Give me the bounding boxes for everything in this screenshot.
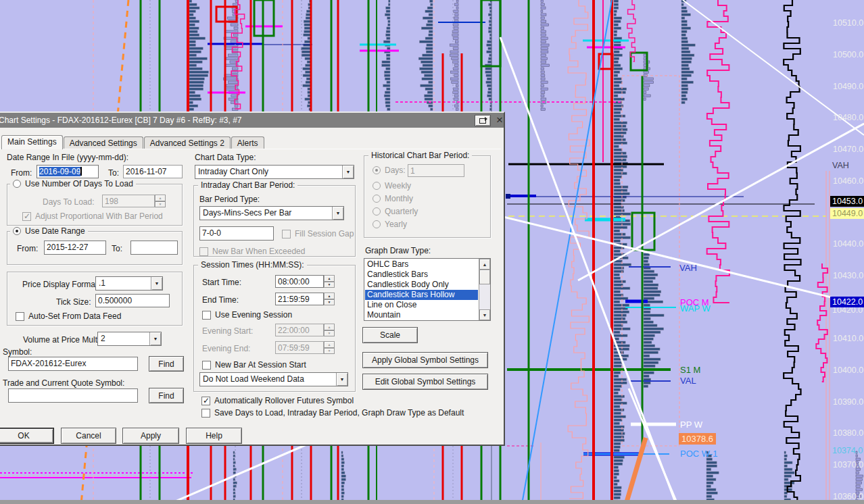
scale-button[interactable]: Scale [362,327,418,343]
apply-global-symbol-settings-button[interactable]: Apply Global Symbol Settings [362,352,488,368]
checkbox-icon [282,230,291,238]
draw-type-item[interactable]: Candlestick Bars Hollow [365,290,478,300]
start-time-input[interactable]: 08:00:00 [275,275,324,288]
evening-end-input[interactable]: 07:59:59 [275,341,324,354]
draw-type-item[interactable]: OHLC Bars [365,259,478,270]
end-time-input[interactable]: 21:59:59 [275,293,324,305]
checkbox-icon [199,247,208,256]
use-date-range-radio[interactable]: Use Date Range [10,226,88,236]
study-label-val: VAL [680,376,696,386]
symbol-input[interactable]: FDAX-201612-Eurex [8,357,138,371]
price-tick: 10470.0 [833,145,863,154]
weekend-data-select[interactable]: Do Not Load Weekend Data▼ [199,372,348,386]
to-label: To: [108,168,119,178]
historical-quarterly-radio[interactable]: Quarterly [373,207,418,216]
graph-draw-type-listbox[interactable]: ▲ ▼ OHLC BarsCandlestick BarsCandlestick… [364,258,491,321]
date-to-input[interactable]: 2016-11-07 [123,165,183,178]
historical-days-radio[interactable]: Days: [373,166,406,175]
tab-main-settings[interactable]: Main Settings [1,135,63,149]
price-display-format-label: Price Display Format: [22,280,100,289]
apply-button[interactable]: Apply [122,428,179,444]
range-from-label: From: [17,244,38,253]
session-times-group: Session Times (HH:MM:SS): Start Time: 08… [193,265,356,392]
autoset-datafeed-checkbox[interactable]: Auto-Set From Data Feed [16,311,121,321]
edit-global-symbol-settings-button[interactable]: Edit Global Symbol Settings [362,374,488,390]
scroll-down-icon[interactable]: ▼ [479,309,490,320]
historical-monthly-radio[interactable]: Monthly [373,194,413,203]
close-icon[interactable]: × [493,113,506,128]
tab-pane-border [0,149,501,149]
symbol-find-button[interactable]: Find [149,356,184,372]
window-bottom-edge [0,500,864,504]
evening-start-spinner[interactable]: ▲▼ [324,324,335,336]
study-label-wap-w: WAP W [680,303,711,313]
detach-glyph-icon [479,118,486,124]
tab-alerts[interactable]: Alerts [231,136,264,149]
ok-button[interactable]: OK [0,428,54,444]
historical-weekly-radio[interactable]: Weekly [373,181,411,191]
trade-quote-symbol-input[interactable] [8,388,138,403]
draw-type-item[interactable]: Mountain [365,310,478,320]
trading-chart-window: 10510.010500.010490.010480.010470.010460… [0,0,864,504]
settings-tabstrip: Main SettingsAdvanced SettingsAdvanced S… [1,135,265,149]
cancel-button[interactable]: Cancel [61,428,116,444]
use-evening-session-checkbox[interactable]: Use Evening Session [202,310,292,320]
range-from-input[interactable]: 2015-12-27 [44,241,106,255]
checkbox-icon [202,361,211,370]
auto-rollover-checkbox[interactable]: Automatically Rollover Futures Symbol [201,396,354,405]
price-tick: 10440.0 [833,239,863,249]
fill-session-gap-checkbox[interactable]: Fill Session Gap [282,229,354,238]
evening-end-spinner[interactable]: ▲▼ [324,341,335,354]
detach-window-icon[interactable] [475,115,491,126]
dialog-titlebar[interactable]: Chart Settings - FDAX-201612-Eurex [CB] … [0,113,504,128]
price-tick: 10500.0 [833,50,863,59]
radio-icon [373,207,381,216]
historical-yearly-radio[interactable]: Yearly [373,220,407,229]
days-to-load-input[interactable]: 198 [102,195,155,207]
intraday-bar-period-legend: Intraday Chart Bar Period: [198,180,297,190]
draw-type-item[interactable]: Line on Close [365,300,478,310]
new-bar-when-exceeded-checkbox[interactable]: New Bar When Exceeded [199,247,305,256]
historical-days-input[interactable]: 1 [408,164,464,177]
tab-advanced-settings[interactable]: Advanced Settings [64,136,143,149]
price-format-group: Price Display Format: .1▼ Tick Size: 0.5… [7,272,183,326]
trade-quote-find-button[interactable]: Find [149,388,184,403]
range-to-input[interactable] [130,241,178,255]
price-marker-vah: VAH [830,160,851,171]
days-to-load-spinner[interactable]: ▲▼ [155,195,166,207]
listbox-scrollbar[interactable]: ▲ ▼ [479,259,490,320]
radio-icon [13,227,21,235]
radio-icon [373,166,381,174]
start-time-label: Start Time: [202,278,241,287]
draw-type-item[interactable]: Candlestick Bars [365,270,478,280]
study-label-pp-w: PP W [680,420,702,430]
evening-start-input[interactable]: 22:00:00 [275,324,324,336]
chart-data-type-select[interactable]: Intraday Chart Only▼ [195,165,354,179]
bar-period-type-select[interactable]: Days-Mins-Secs Per Bar▼ [199,206,344,220]
price-marker-10453.0: 10453.0 [830,196,864,207]
tick-size-input[interactable]: 0.500000 [95,294,170,307]
start-time-spinner[interactable]: ▲▼ [324,275,335,288]
help-button[interactable]: Help [186,428,242,444]
chevron-down-icon: ▼ [149,332,161,345]
end-time-spinner[interactable]: ▲▼ [324,293,335,305]
use-number-of-days-radio[interactable]: Use Number Of Days To Load [10,179,136,188]
price-display-format-select[interactable]: .1▼ [95,276,163,291]
adjust-proportional-checkbox[interactable]: Adjust Proportional With Bar Period [22,211,163,221]
tab-advanced-settings-2[interactable]: Advanced Settings 2 [144,136,231,149]
save-defaults-checkbox[interactable]: Save Days to Load, Intraday Bar Period, … [201,408,464,418]
scroll-up-icon[interactable]: ▲ [479,259,490,270]
from-label: From: [11,168,32,178]
date-from-input[interactable]: 2016-09-09 [37,165,99,178]
bar-period-type-label: Bar Period Type: [199,195,260,204]
intraday-bar-period-group: Intraday Chart Bar Period: Bar Period Ty… [193,185,356,257]
use-days-group: Use Number Of Days To Load Days To Load:… [7,184,183,226]
new-bar-at-session-start-checkbox[interactable]: New Bar At Session Start [202,360,306,370]
scrollbar-thumb[interactable] [479,270,490,284]
volume-at-price-mult-select[interactable]: 2▼ [97,332,162,346]
evening-start-label: Evening Start: [202,326,253,336]
draw-type-item[interactable]: Candlestick Body Only [365,280,478,290]
bar-period-input[interactable]: 7-0-0 [199,226,274,241]
study-label-vah: VAH [679,263,697,273]
price-marker-10374.0: 10374.0 [830,445,864,456]
